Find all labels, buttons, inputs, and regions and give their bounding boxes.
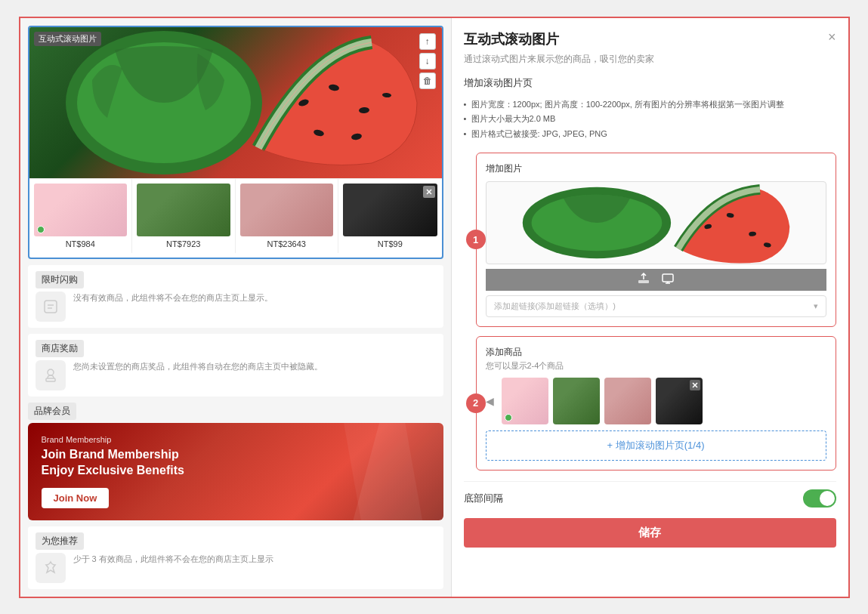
green-dot-1 <box>37 226 45 233</box>
svg-rect-22 <box>663 274 673 282</box>
svg-rect-14 <box>46 378 55 381</box>
products-row: ◀ <box>486 378 826 424</box>
add-products-label: 添加商品 <box>486 346 826 359</box>
panel-green-dot-1 <box>505 414 512 421</box>
product-thumb-4 <box>343 184 437 236</box>
panel-header: 互动式滚动图片 × <box>464 30 836 48</box>
delete-button[interactable]: 🗑 <box>419 73 436 89</box>
store-text: 您尚未设置您的商店奖品，此组件将自动在您的商店主页中被隐藏。 <box>73 360 323 373</box>
panel-prod-3 <box>604 378 651 424</box>
panel-prod-4 <box>656 378 703 424</box>
store-label: 商店奖励 <box>36 340 84 357</box>
product-thumb-1 <box>34 184 128 236</box>
product-thumb-3 <box>240 184 334 236</box>
product-thumb-2 <box>137 184 230 236</box>
hyperlink-placeholder: 添加超链接(添加超链接（选填）) <box>494 301 616 312</box>
prod-arrow-icon: ◀ <box>486 395 494 407</box>
product-price-4: NT$99 <box>343 239 437 248</box>
product-item-2: NT$7923 <box>132 179 236 253</box>
dot-indicator <box>29 253 442 259</box>
upload-icon[interactable] <box>638 273 650 287</box>
hero-card: 互动式滚动图片 ↑ ↓ 🗑 <box>28 26 443 259</box>
store-section: 商店奖励 您尚未设置您的商店奖品，此组件将自动在您的商店主页中被隐藏。 <box>28 334 443 396</box>
flash-sale-text: 没有有效商品，此组件将不会在您的商店主页上显示。 <box>73 292 273 304</box>
close-icon[interactable]: × <box>828 30 836 44</box>
product-price-2: NT$7923 <box>137 239 230 248</box>
product-price-3: NT$23643 <box>240 239 334 248</box>
hyperlink-row[interactable]: 添加超链接(添加超链接（选填）) ▾ <box>486 295 826 317</box>
recommend-label: 为您推荐 <box>36 532 84 550</box>
recommend-icon <box>36 553 66 583</box>
brand-section-wrapper: 品牌会员 Brand Membership Join Brand Members… <box>28 403 443 520</box>
bottom-spacing-label: 底部间隔 <box>464 492 503 505</box>
product-item-4: NT$99 <box>338 179 442 253</box>
store-icon <box>36 360 66 390</box>
image-upload-area[interactable] <box>486 181 826 264</box>
save-button[interactable]: 储存 <box>464 518 836 548</box>
card-1-wrapper: 1 增加图片 <box>476 153 836 327</box>
badge-2: 2 <box>466 393 486 413</box>
info-item-2: 图片大小最大为2.0 MB <box>464 112 836 127</box>
left-panel: 互动式滚动图片 ↑ ↓ 🗑 <box>20 18 451 597</box>
image-tools-bar <box>486 269 826 291</box>
product-price-1: NT$984 <box>34 239 128 248</box>
recommend-section: 为您推荐 少于 3 有效商品，此组件将不会在您的商店主页上显示 <box>28 526 443 589</box>
hero-main-image <box>29 27 442 178</box>
main-container: 互动式滚动图片 ↑ ↓ 🗑 <box>19 17 850 598</box>
screen-icon[interactable] <box>662 273 674 287</box>
flash-sale-row: 没有有效商品，此组件将不会在您的商店主页上显示。 <box>36 292 436 322</box>
product-item-1: NT$984 <box>29 179 133 253</box>
hero-label: 互动式滚动图片 <box>34 32 101 46</box>
panel-title: 互动式滚动图片 <box>464 30 559 48</box>
chevron-down-icon: ▾ <box>814 301 818 311</box>
flash-sale-section: 限时闪购 没有有效商品，此组件将不会在您的商店主页上显示。 <box>28 265 443 328</box>
join-now-button[interactable]: Join Now <box>42 488 110 508</box>
hero-controls: ↑ ↓ 🗑 <box>419 33 436 89</box>
recommend-text: 少于 3 有效商品，此组件将不会在您的商店主页上显示 <box>73 553 273 566</box>
svg-rect-21 <box>638 280 649 283</box>
info-list: 图片宽度：1200px; 图片高度：100-2200px, 所有图片的分辨率将根… <box>464 97 836 142</box>
brand-banner: Brand Membership Join Brand Membership E… <box>28 423 443 520</box>
info-item-1: 图片宽度：1200px; 图片高度：100-2200px, 所有图片的分辨率将根… <box>464 97 836 113</box>
svg-rect-10 <box>45 301 57 313</box>
card-2-wrapper: 2 添加商品 您可以显示2-4个商品 ◀ <box>476 336 836 471</box>
move-down-button[interactable]: ↓ <box>419 53 436 69</box>
flash-sale-label: 限时闪购 <box>36 271 84 288</box>
panel-prod-2 <box>553 378 600 424</box>
bottom-spacing-row: 底部间隔 <box>464 481 836 508</box>
info-item-3: 图片格式已被接受: JPG, JPEG, PNG <box>464 127 836 142</box>
add-products-sub: 您可以显示2-4个商品 <box>486 360 826 372</box>
svg-point-13 <box>48 369 54 375</box>
flash-sale-icon <box>36 292 66 322</box>
add-products-card: 2 添加商品 您可以显示2-4个商品 ◀ <box>476 336 836 471</box>
recommend-row: 少于 3 有效商品，此组件将不会在您的商店主页上显示 <box>36 553 436 583</box>
add-image-title: 增加图片 <box>486 162 826 175</box>
right-panel: 互动式滚动图片 × 通过滚动式图片来展示您的商品，吸引您的卖家 增加滚动图片页 … <box>451 18 848 597</box>
add-image-card: 1 增加图片 <box>476 153 836 327</box>
brand-sub: Brand Membership <box>42 435 430 444</box>
panel-desc: 通过滚动式图片来展示您的商品，吸引您的卖家 <box>464 53 836 66</box>
panel-prod-1 <box>502 378 548 424</box>
toggle-knob <box>820 491 835 506</box>
brand-title: Join Brand Membership Enjoy Exclusive Be… <box>42 447 430 479</box>
badge-1: 1 <box>466 230 486 249</box>
brand-label: 品牌会员 <box>28 403 76 420</box>
product-item-3: NT$23643 <box>236 179 339 253</box>
bottom-spacing-toggle[interactable] <box>803 489 836 508</box>
move-up-button[interactable]: ↑ <box>419 33 436 50</box>
add-page-title: 增加滚动图片页 <box>464 76 836 90</box>
add-page-button[interactable]: + 增加滚动图片页(1/4) <box>486 430 826 461</box>
store-row: 您尚未设置您的商店奖品，此组件将自动在您的商店主页中被隐藏。 <box>36 360 436 390</box>
product-grid: NT$984 NT$7923 NT$23643 NT$99 <box>29 178 442 253</box>
